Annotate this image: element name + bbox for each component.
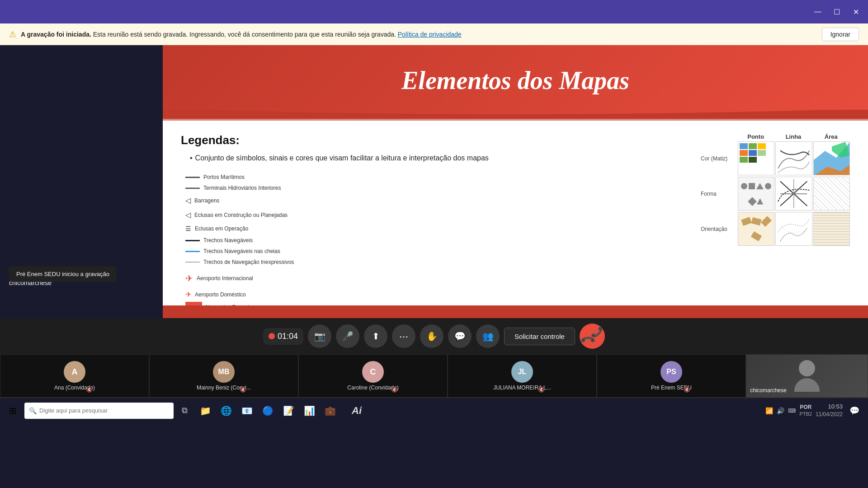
warning-icon: ⚠ <box>9 29 16 39</box>
legend-table: Portos Marítimos Terminais Hidroviários … <box>185 172 692 318</box>
maximize-button[interactable]: ☐ <box>832 7 842 17</box>
raise-hand-button[interactable]: ✋ <box>420 324 443 348</box>
grid-cell-cor-linha <box>775 141 812 175</box>
chrome-icon: 🔵 <box>262 405 274 416</box>
task-view-icon: ⧉ <box>182 406 188 415</box>
search-icon: 🔍 <box>29 407 37 414</box>
search-input[interactable] <box>39 407 169 414</box>
slide-content: Legendas: •Conjunto de símbolos, sinais … <box>163 120 868 318</box>
mic-off-icon: 🎤 <box>342 331 354 342</box>
mic-muted-icon-mainny: 🔇 <box>240 386 246 393</box>
mic-muted-icon-juliana: 🔇 <box>538 386 545 393</box>
privacy-policy-link[interactable]: Política de privacidade <box>398 31 462 38</box>
grid-header-linha: Linha <box>774 133 812 140</box>
windows-start-button[interactable]: ⊞ <box>2 400 24 422</box>
participants-icon: 👥 <box>482 331 494 342</box>
chrome-button[interactable]: 🔵 <box>258 401 278 421</box>
task-view-button[interactable]: ⧉ <box>175 401 194 421</box>
word-button[interactable]: 📝 <box>278 401 298 421</box>
taskbar-right: 📶 🔊 ⌨ POR PTB2 10:53 11/04/2022 💬 <box>765 403 866 419</box>
close-button[interactable]: ✕ <box>851 7 861 17</box>
sound-icon: 🔊 <box>777 407 784 414</box>
teams-icon: 💼 <box>325 405 336 416</box>
participant-card-chico-video: chicomarchese <box>746 354 868 398</box>
banner-text: A gravação foi iniciada. Esta reunião es… <box>21 31 817 38</box>
participant-card-sedu: PS Pré Enem SEDU 🔇 <box>597 354 746 398</box>
titlebar: — ☐ ✕ <box>0 0 868 23</box>
record-dot <box>269 333 275 339</box>
grid-row-forma-label: Forma <box>701 191 737 197</box>
controls-row: 01:04 📷 🎤 ⬆ ··· ✋ 💬 👥 Solicitar controle… <box>0 318 868 354</box>
more-options-button[interactable]: ··· <box>392 324 415 348</box>
main-area: chicomarchese Pré Enem SEDU iniciou a gr… <box>0 45 868 318</box>
grid-cell-cor-ponto <box>738 141 774 175</box>
chat-button[interactable]: 💬 <box>448 324 472 348</box>
participant-card-juliana: JL JULIANA MOREIRA L... 🔇 <box>448 354 597 398</box>
minimize-button[interactable]: — <box>813 7 823 17</box>
left-space: chicomarchese Pré Enem SEDU iniciou a gr… <box>0 45 163 318</box>
camera-off-icon: 📷 <box>314 331 326 342</box>
grid-cell-forma-linha <box>775 177 812 211</box>
file-explorer-button[interactable]: 📁 <box>195 401 215 421</box>
grid-cell-orient-area <box>813 212 850 246</box>
notification-button[interactable]: 💬 <box>846 403 863 419</box>
slide-header: Elementos dos Mapas <box>163 45 868 115</box>
hangup-icon: 📞 <box>580 332 596 349</box>
banner-bold: A gravação foi iniciada. <box>21 31 91 38</box>
excel-icon: 📊 <box>304 405 315 416</box>
share-screen-button[interactable]: ⬆ <box>364 324 387 348</box>
mic-muted-icon-ana: 🔇 <box>86 386 93 393</box>
slide-footer <box>163 305 868 318</box>
ai-taskbar-button[interactable]: Ai <box>341 401 373 421</box>
grid-header-ponto: Ponto <box>737 133 774 140</box>
participant-card-ana: A Ana (Convidado) 🔇 <box>0 354 149 398</box>
hangup-button[interactable]: 📞 <box>574 318 610 354</box>
language-label: POR <box>799 404 812 411</box>
taskbar: ⊞ 🔍 ⧉ 📁 🌐 📧 🔵 📝 📊 💼 Ai 📶 <box>0 398 868 423</box>
recording-tooltip: Pré Enem SEDU iniciou a gravação <box>9 266 117 282</box>
camera-toggle-button[interactable]: 📷 <box>308 324 331 348</box>
grid-cell-cor-area <box>813 141 850 175</box>
avatar-caroline: C <box>362 361 384 383</box>
svg-marker-2 <box>832 142 850 158</box>
request-control-button[interactable]: Solicitar controle <box>504 328 575 345</box>
edge-icon: 🌐 <box>221 405 232 416</box>
teams-button[interactable]: 💼 <box>320 401 340 421</box>
keyboard-icon: ⌨ <box>788 408 796 414</box>
recording-banner: ⚠ A gravação foi iniciada. Esta reunião … <box>0 23 868 45</box>
edge-button[interactable]: 🌐 <box>216 401 236 421</box>
clock-date: 11/04/2022 <box>816 411 843 418</box>
search-box[interactable]: 🔍 <box>24 403 174 419</box>
legendas-heading: Legendas: <box>181 133 692 147</box>
grid-row-orient-label: Orientação <box>701 226 737 232</box>
excel-button[interactable]: 📊 <box>299 401 319 421</box>
chat-icon: 💬 <box>454 331 466 342</box>
file-explorer-icon: 📁 <box>200 405 211 416</box>
avatar-mainny: MB <box>213 361 235 383</box>
word-icon: 📝 <box>283 405 294 416</box>
share-screen-icon: ⬆ <box>372 331 380 342</box>
participants-strip: A Ana (Convidado) 🔇 MB Mainny Beniz (Con… <box>0 354 868 398</box>
record-button[interactable]: 01:04 <box>263 328 303 345</box>
avatar-sedu: PS <box>660 361 682 383</box>
mic-toggle-button[interactable]: 🎤 <box>336 324 359 348</box>
grid-header-area: Área <box>812 133 850 140</box>
network-icon: 📶 <box>765 407 773 414</box>
mic-muted-icon-sedu: 🔇 <box>684 386 690 393</box>
avatar-ana: A <box>64 361 85 383</box>
slide-container: Elementos dos Mapas Legendas: •Conjunto … <box>163 45 868 318</box>
grid-cell-orient-linha <box>775 212 812 246</box>
outlook-icon: 📧 <box>241 405 253 416</box>
grid-cell-forma-ponto <box>738 177 774 211</box>
layout-label: PTB2 <box>799 411 812 417</box>
ignore-banner-button[interactable]: Ignorar <box>822 28 859 41</box>
participant-card-caroline: C Caroline (Convidado) 🔇 <box>298 354 448 398</box>
slide-right-grid: Ponto Linha Área Cor (Matiz) <box>701 133 850 318</box>
video-participant-name: chicomarchese <box>750 387 787 394</box>
slide-left-content: Legendas: •Conjunto de símbolos, sinais … <box>181 133 692 318</box>
raise-hand-icon: ✋ <box>426 331 438 342</box>
participants-button[interactable]: 👥 <box>476 324 500 348</box>
outlook-button[interactable]: 📧 <box>237 401 257 421</box>
notification-icon: 💬 <box>849 406 859 416</box>
grid-cell-forma-area <box>813 177 850 211</box>
